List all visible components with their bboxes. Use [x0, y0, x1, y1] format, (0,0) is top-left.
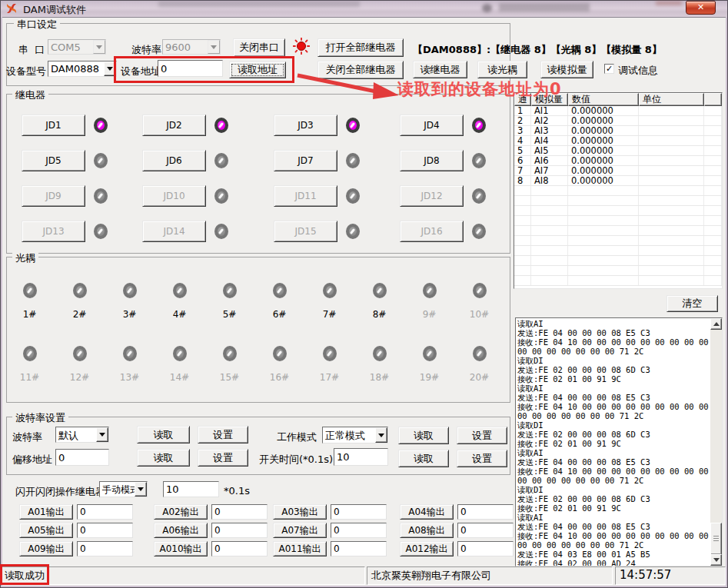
- analog-output-button-a010[interactable]: A010输出: [154, 541, 208, 556]
- flash-mode-select[interactable]: 手动模式: [99, 481, 148, 497]
- annotation-box-read-address: [114, 56, 294, 83]
- relay-button-jd8[interactable]: JD8: [400, 150, 464, 171]
- analog-output-input-a06[interactable]: [211, 523, 268, 538]
- titlebar-glass-artifact: [482, 4, 492, 12]
- device-model-select[interactable]: DAM0888: [48, 61, 117, 77]
- relay-button-jd13[interactable]: JD13: [22, 221, 85, 242]
- opto-label: 9#: [423, 309, 437, 320]
- table-row[interactable]: 6AI60.000000: [514, 156, 722, 166]
- analog-output-button-a06[interactable]: A06输出: [154, 523, 208, 538]
- analog-output-input-a02[interactable]: [211, 504, 268, 520]
- relay-button-jd3[interactable]: JD3: [274, 115, 337, 136]
- switch-time-input[interactable]: [334, 448, 388, 466]
- scroll-down-icon[interactable]: [710, 554, 722, 566]
- analog-output-input-a07[interactable]: [331, 523, 387, 538]
- open-all-relays-button[interactable]: 打开全部继电器: [317, 38, 404, 57]
- work-mode-select[interactable]: 正常模式: [322, 427, 388, 443]
- log-scrollbar[interactable]: [710, 318, 722, 566]
- table-row: [514, 236, 722, 246]
- relay-jd15-indicator: [346, 224, 360, 239]
- baud-set-button[interactable]: 设置: [198, 426, 248, 443]
- analog-output-input-a012[interactable]: [457, 541, 514, 556]
- analog-output-button-a05[interactable]: A05输出: [19, 523, 73, 538]
- relay-button-jd9[interactable]: JD9: [22, 185, 85, 207]
- annotation-arrow-icon: [294, 71, 402, 105]
- baud-read-button[interactable]: 读取: [137, 426, 190, 443]
- log-panel[interactable]: 读取AI发送:FE 04 00 00 00 08 E5 C3接收:FE 04 1…: [515, 317, 723, 566]
- workmode-read-button[interactable]: 读取: [398, 427, 449, 444]
- offset-address-input[interactable]: [55, 449, 109, 466]
- analog-output-input-a01[interactable]: [77, 504, 133, 520]
- log-line: 接收:FE 04 02 00 00 AD 24: [517, 559, 711, 566]
- table-cell: [704, 256, 722, 265]
- close-serial-button[interactable]: 关闭串口: [233, 38, 285, 57]
- relay-button-jd14[interactable]: JD14: [142, 221, 206, 242]
- analog-output-input-a09[interactable]: [77, 541, 133, 556]
- opto-cell: 18#: [354, 334, 404, 397]
- table-row[interactable]: 4AI40.000000: [514, 136, 722, 146]
- relay-button-jd1[interactable]: JD1: [22, 115, 85, 136]
- scrollbar-thumb[interactable]: [710, 523, 722, 555]
- table-cell: [514, 226, 531, 235]
- analog-output-input-a05[interactable]: [77, 523, 133, 538]
- analog-output-button-a02[interactable]: A02输出: [154, 504, 208, 520]
- relay-button-jd11[interactable]: JD11: [274, 185, 337, 207]
- relay-cell: JD7: [274, 150, 400, 171]
- analog-output-button-a07[interactable]: A07输出: [273, 523, 327, 538]
- table-cell: [639, 236, 704, 245]
- table-row[interactable]: 8AI80.000000: [514, 176, 722, 186]
- analog-output-input-a010[interactable]: [211, 541, 268, 556]
- switchtime-set-button[interactable]: 设置: [457, 450, 507, 467]
- opto-label: 8#: [373, 309, 387, 320]
- table-row[interactable]: 2AI20.000000: [514, 116, 722, 126]
- table-row[interactable]: 1AI10.000000: [514, 106, 722, 116]
- switchtime-read-button[interactable]: 读取: [398, 450, 449, 467]
- relay-jd4-indicator: [472, 118, 486, 133]
- log-line: 发送:FE 04 00 00 00 08 E5 C3: [517, 457, 711, 467]
- table-cell: [704, 226, 722, 235]
- table-cell: [531, 236, 568, 245]
- relay-button-jd15[interactable]: JD15: [274, 221, 337, 242]
- relay-button-jd5[interactable]: JD5: [22, 150, 85, 171]
- baud-setting-select[interactable]: 默认: [55, 427, 109, 443]
- analog-output-button-a09[interactable]: A09输出: [19, 541, 73, 556]
- debug-info-checkbox[interactable]: ✓: [604, 64, 614, 74]
- analog-output-button-a04[interactable]: A04输出: [400, 504, 454, 520]
- relay-button-jd10[interactable]: JD10: [142, 185, 206, 207]
- flash-time-input[interactable]: [163, 481, 219, 497]
- analog-output-input-a08[interactable]: [457, 523, 514, 538]
- read-analog-button[interactable]: 读模拟量: [540, 61, 593, 78]
- table-cell: [704, 206, 722, 215]
- relay-button-jd4[interactable]: JD4: [400, 115, 464, 136]
- analog-output-button-a08[interactable]: A08输出: [400, 523, 454, 538]
- relay-button-jd7[interactable]: JD7: [274, 150, 337, 171]
- title-bar[interactable]: [1, 1, 727, 17]
- table-row[interactable]: 7AI70.000000: [514, 166, 722, 176]
- offset-read-button[interactable]: 读取: [137, 449, 190, 467]
- table-row[interactable]: 3AI30.000000: [514, 126, 722, 136]
- close-icon[interactable]: ✕: [686, 1, 716, 15]
- relay-button-jd16[interactable]: JD16: [400, 221, 464, 242]
- relay-cell: JD4: [400, 115, 506, 136]
- analog-output-button-a011[interactable]: A011输出: [273, 541, 327, 556]
- analog-output-button-a03[interactable]: A03输出: [273, 504, 327, 520]
- analog-output-button-a012[interactable]: A012输出: [400, 541, 454, 556]
- read-relays-button[interactable]: 读继电器: [413, 61, 467, 78]
- table-cell: [639, 116, 704, 125]
- scroll-up-icon[interactable]: [710, 318, 722, 330]
- relay-button-jd12[interactable]: JD12: [400, 185, 464, 207]
- relay-button-jd6[interactable]: JD6: [142, 150, 206, 171]
- offset-set-button[interactable]: 设置: [198, 449, 248, 467]
- read-opto-button[interactable]: 读光耦: [477, 61, 527, 78]
- analog-output-input-a03[interactable]: [331, 504, 387, 520]
- analog-output-button-a01[interactable]: A01输出: [19, 504, 73, 520]
- table-cell: [704, 116, 722, 125]
- analog-output-input-a04[interactable]: [457, 504, 514, 520]
- table-cell: [514, 246, 531, 255]
- clear-log-button[interactable]: 清空: [667, 295, 718, 312]
- analog-output-input-a011[interactable]: [331, 541, 387, 556]
- opto-cell: 12#: [55, 334, 105, 397]
- table-row[interactable]: 5AI50.000000: [514, 146, 722, 156]
- relay-button-jd2[interactable]: JD2: [142, 115, 206, 136]
- workmode-set-button[interactable]: 设置: [457, 427, 507, 444]
